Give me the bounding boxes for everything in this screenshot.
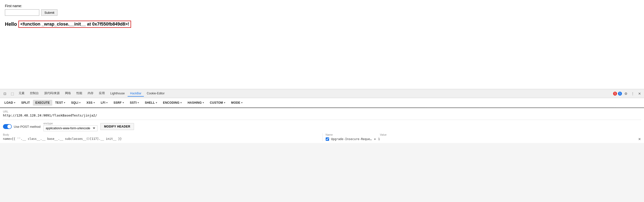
page-content: First name: Submit Hello <function _wrap… xyxy=(0,0,644,32)
hello-text: Hello <function _wrap_close.__init__ at … xyxy=(5,21,639,28)
hello-prefix: Hello xyxy=(5,21,17,27)
form-row: Submit xyxy=(5,9,639,16)
first-name-label: First name: xyxy=(5,4,639,8)
submit-button[interactable]: Submit xyxy=(41,9,58,16)
first-name-input[interactable] xyxy=(5,9,39,16)
hello-value: <function _wrap_close.__init__ at 0x7f55… xyxy=(18,21,131,28)
